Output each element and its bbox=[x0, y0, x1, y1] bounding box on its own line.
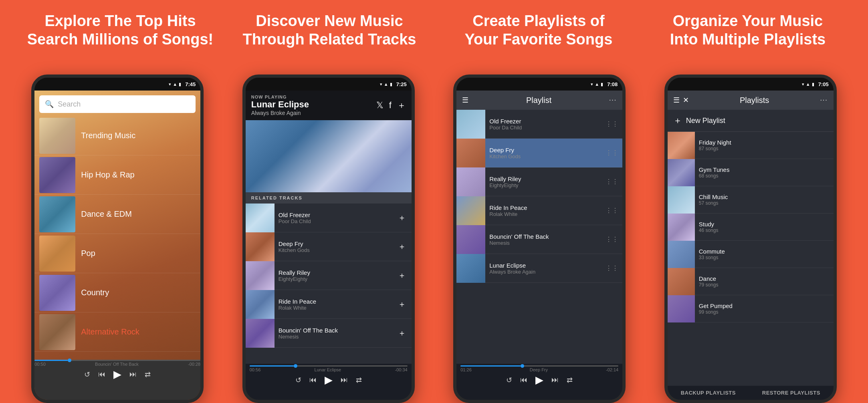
pl-list-count-5: 79 songs bbox=[699, 282, 830, 288]
time-remaining-3: -02:14 bbox=[606, 367, 618, 372]
menu-icon-3[interactable]: ☰ bbox=[462, 96, 468, 105]
pl-list-item-2[interactable]: Chill Music 57 songs bbox=[668, 186, 834, 214]
track-artist-0: Poor Da Child bbox=[279, 218, 388, 224]
time-remaining-2: -00:34 bbox=[395, 367, 408, 372]
status-bar-1: ▾ ▲ ▮ 7:45 bbox=[34, 78, 200, 91]
pl-track-2[interactable]: Really Riley EightyEighty ⋮⋮ bbox=[456, 167, 622, 196]
phone-playlists: ▾ ▲ ▮ 7:05 ☰ ✕ Playlists ··· ＋ New Playl… bbox=[664, 75, 837, 403]
pl-track-dots-5[interactable]: ⋮⋮ bbox=[602, 264, 622, 272]
progress-dot-3 bbox=[521, 364, 524, 368]
next-icon-1[interactable]: ⏭ bbox=[129, 370, 137, 379]
pl-list-item-0[interactable]: Friday Night 87 songs bbox=[668, 132, 834, 159]
header-1: Explore The Top Hits Search Millions of … bbox=[24, 12, 216, 48]
facebook-icon[interactable]: f bbox=[389, 100, 392, 111]
next-icon-3[interactable]: ⏭ bbox=[551, 376, 559, 384]
track-item-2[interactable]: Really Riley EightyEighty ＋ bbox=[246, 261, 412, 290]
track-artist-3: Rolak White bbox=[279, 305, 388, 311]
status-bar-3: ▾ ▲ ▮ 7:08 bbox=[456, 78, 622, 91]
genre-item-alt[interactable]: Alternative Rock bbox=[34, 312, 200, 352]
play-icon-3[interactable]: ▶ bbox=[535, 374, 543, 386]
track-add-0[interactable]: ＋ bbox=[392, 212, 412, 223]
wifi-icon-3: ▾ bbox=[591, 82, 593, 87]
pl-list-count-6: 99 songs bbox=[699, 309, 830, 315]
pl-track-1[interactable]: Deep Fry Kitchen Gods ⋮⋮ bbox=[456, 139, 622, 167]
track-item-4[interactable]: Bouncin' Off The Back Nemesis ＋ bbox=[246, 319, 412, 348]
header-1-line1: Explore The Top Hits bbox=[44, 12, 196, 29]
track-item-0[interactable]: Old Freezer Poor Da Child ＋ bbox=[246, 204, 412, 232]
progress-bar-2[interactable] bbox=[250, 365, 408, 367]
pl-list-thumb-3 bbox=[668, 214, 695, 241]
header-3-line1: Create Playlists of bbox=[472, 12, 604, 29]
pl-thumb-1 bbox=[456, 139, 485, 167]
pl-list-item-3[interactable]: Study 46 songs bbox=[668, 214, 834, 241]
pl-list-item-5[interactable]: Dance 79 songs bbox=[668, 268, 834, 295]
pl-track-0[interactable]: Old Freezer Poor Da Child ⋮⋮ bbox=[456, 110, 622, 139]
progress-bar-3[interactable] bbox=[460, 365, 618, 367]
shuffle-icon-2[interactable]: ↺ bbox=[295, 376, 301, 385]
track-add-4[interactable]: ＋ bbox=[392, 328, 412, 339]
genre-item-pop[interactable]: Pop bbox=[34, 234, 200, 273]
track-add-3[interactable]: ＋ bbox=[392, 299, 412, 310]
pl-track-4[interactable]: Bouncin' Off The Back Nemesis ⋮⋮ bbox=[456, 225, 622, 254]
playlists-list: Friday Night 87 songs Gym Tunes 68 songs… bbox=[668, 132, 834, 386]
track-item-3[interactable]: Ride In Peace Rolak White ＋ bbox=[246, 290, 412, 319]
pl-thumb-4 bbox=[456, 225, 485, 254]
status-time-3: 7:08 bbox=[607, 81, 618, 87]
pl-list-info-4: Commute 33 songs bbox=[695, 248, 834, 260]
genre-item-dance[interactable]: Dance & EDM bbox=[34, 195, 200, 234]
pl-track-dots-0[interactable]: ⋮⋮ bbox=[602, 120, 622, 128]
pl-track-dots-2[interactable]: ⋮⋮ bbox=[602, 178, 622, 185]
genre-item-hiphop[interactable]: Hip Hop & Rap bbox=[34, 155, 200, 195]
phone3-content: ☰ Playlist ··· Old Freezer Poor Da Child… bbox=[456, 91, 622, 400]
genre-thumb-country bbox=[39, 275, 75, 311]
genre-item-country[interactable]: Country bbox=[34, 273, 200, 312]
restore-playlists-button[interactable]: RESTORE PLAYLISTS bbox=[762, 390, 820, 396]
shuffle-icon-1[interactable]: ↺ bbox=[84, 370, 90, 379]
search-bar[interactable]: 🔍 Search bbox=[39, 95, 196, 113]
pl-list-name-6: Get Pumped bbox=[699, 302, 830, 309]
random-icon-1[interactable]: ⇄ bbox=[145, 370, 151, 379]
backup-playlists-button[interactable]: BACKUP PLAYLISTS bbox=[681, 390, 736, 396]
pl-list-info-6: Get Pumped 99 songs bbox=[695, 302, 834, 315]
prev-icon-1[interactable]: ⏮ bbox=[98, 370, 105, 379]
pl-list-item-4[interactable]: Commute 33 songs bbox=[668, 241, 834, 268]
prev-icon-2[interactable]: ⏮ bbox=[309, 376, 317, 384]
track-thumb-3 bbox=[246, 290, 275, 319]
progress-fill-2 bbox=[250, 365, 294, 367]
header-4: Organize Your Music Into Multiple Playli… bbox=[652, 12, 844, 48]
pl-track-5[interactable]: Lunar Eclipse Always Broke Again ⋮⋮ bbox=[456, 254, 622, 283]
pl-track-dots-4[interactable]: ⋮⋮ bbox=[602, 236, 622, 243]
pl-track-3[interactable]: Ride In Peace Rolak White ⋮⋮ bbox=[456, 196, 622, 225]
close-icon-4[interactable]: ✕ bbox=[683, 96, 689, 105]
track-add-1[interactable]: ＋ bbox=[392, 241, 412, 252]
status-icons-4: ▾ ▲ ▮ bbox=[802, 82, 814, 87]
twitter-icon[interactable]: 𝕏 bbox=[376, 100, 384, 111]
play-icon-2[interactable]: ▶ bbox=[325, 374, 333, 386]
new-playlist-plus-icon[interactable]: ＋ bbox=[673, 115, 682, 127]
random-icon-3[interactable]: ⇄ bbox=[567, 376, 573, 385]
pl-list-item-6[interactable]: Get Pumped 99 songs bbox=[668, 295, 834, 322]
pl-list-item-1[interactable]: Gym Tunes 68 songs bbox=[668, 159, 834, 186]
genre-item-trending[interactable]: Trending Music bbox=[34, 116, 200, 155]
playlist-header: ☰ Playlist ··· bbox=[456, 91, 622, 110]
pl-list-name-4: Commute bbox=[699, 248, 830, 255]
more-options-icon-3[interactable]: ··· bbox=[609, 97, 617, 104]
prev-icon-3[interactable]: ⏮ bbox=[520, 376, 527, 384]
signal-icon: ▲ bbox=[173, 82, 177, 87]
share-plus-icon[interactable]: ＋ bbox=[397, 99, 406, 111]
progress-bar-1[interactable] bbox=[34, 360, 200, 361]
pl-track-dots-1[interactable]: ⋮⋮ bbox=[602, 149, 622, 157]
random-icon-2[interactable]: ⇄ bbox=[356, 376, 362, 385]
shuffle-icon-3[interactable]: ↺ bbox=[506, 376, 512, 385]
menu-icon-4[interactable]: ☰ bbox=[673, 96, 680, 105]
track-add-2[interactable]: ＋ bbox=[392, 270, 412, 281]
more-options-icon-4[interactable]: ··· bbox=[820, 97, 828, 104]
next-icon-2[interactable]: ⏭ bbox=[341, 376, 348, 384]
pl-track-dots-3[interactable]: ⋮⋮ bbox=[602, 207, 622, 214]
track-item-1[interactable]: Deep Fry Kitchen Gods ＋ bbox=[246, 232, 412, 261]
time-current-3: 01:26 bbox=[460, 367, 472, 372]
track-thumb-4 bbox=[246, 319, 275, 348]
play-icon-1[interactable]: ▶ bbox=[113, 368, 121, 381]
new-playlist-row[interactable]: ＋ New Playlist bbox=[668, 110, 834, 132]
header-2-line2: Through Related Tracks bbox=[243, 31, 416, 48]
